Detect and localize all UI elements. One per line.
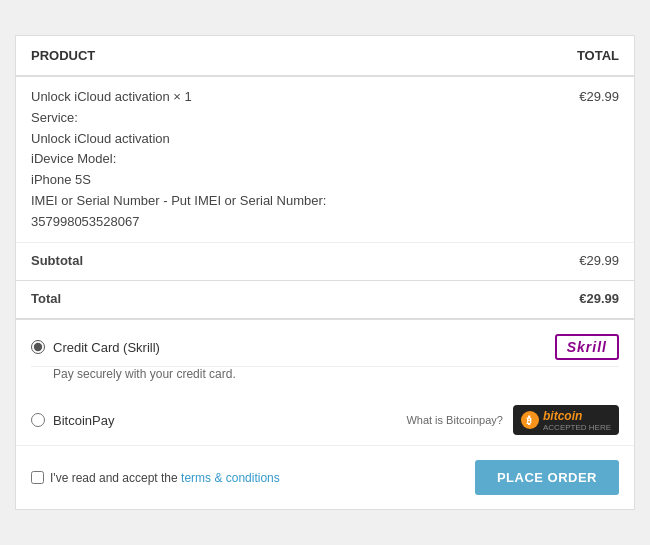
total-row: Total €29.99 [16, 281, 634, 319]
bitcoin-sub: ACCEPTED HERE [543, 423, 611, 432]
subtotal-value: €29.99 [522, 243, 634, 281]
imei-label: IMEI or Serial Number - Put IMEI or Seri… [31, 193, 326, 208]
order-container: PRODUCT TOTAL Unlock iCloud activation ×… [15, 35, 635, 510]
bitcoin-option: BitcoinPay What is Bitcoinpay? ₿ bitcoin… [31, 391, 619, 441]
place-order-button[interactable]: PLACE ORDER [475, 460, 619, 495]
bitcoin-badge: ₿ bitcoin ACCEPTED HERE [513, 405, 619, 435]
credit-card-left: Credit Card (Skrill) [31, 340, 160, 355]
what-is-bitcoinpay: What is Bitcoinpay? [406, 414, 503, 426]
order-table: PRODUCT TOTAL Unlock iCloud activation ×… [16, 36, 634, 320]
product-column-header: PRODUCT [16, 36, 522, 76]
bitcoin-right: What is Bitcoinpay? ₿ bitcoin ACCEPTED H… [406, 405, 619, 435]
bitcoin-left: BitcoinPay [31, 413, 114, 428]
subtotal-label: Subtotal [16, 243, 522, 281]
subtotal-row: Subtotal €29.99 [16, 243, 634, 281]
imei-value: 357998053528067 [31, 214, 139, 229]
device-value: iPhone 5S [31, 172, 91, 187]
device-label: iDevice Model: [31, 151, 116, 166]
credit-card-label[interactable]: Credit Card (Skrill) [53, 340, 160, 355]
bitcoin-badge-text: bitcoin ACCEPTED HERE [543, 408, 611, 432]
total-column-header: TOTAL [522, 36, 634, 76]
product-price: €29.99 [522, 76, 634, 243]
terms-checkbox[interactable] [31, 471, 44, 484]
terms-link[interactable]: terms & conditions [181, 471, 280, 485]
product-name: Unlock iCloud activation [31, 89, 170, 104]
product-details: Unlock iCloud activation × 1 Service: Un… [16, 76, 522, 243]
bitcoin-label[interactable]: BitcoinPay [53, 413, 114, 428]
product-qty: × 1 [173, 89, 191, 104]
terms-label: I've read and accept the terms & conditi… [31, 471, 280, 485]
skrill-badge: Skrill [555, 334, 619, 360]
table-row: Unlock iCloud activation × 1 Service: Un… [16, 76, 634, 243]
terms-text[interactable]: I've read and accept the terms & conditi… [50, 471, 280, 485]
bitcoin-option-row: BitcoinPay What is Bitcoinpay? ₿ bitcoin… [31, 391, 619, 441]
bitcoin-icon: ₿ [521, 411, 539, 429]
total-value: €29.99 [522, 281, 634, 319]
credit-card-radio[interactable] [31, 340, 45, 354]
credit-card-description: Pay securely with your credit card. [31, 367, 619, 391]
credit-card-option: Credit Card (Skrill) Skrill Pay securely… [31, 320, 619, 391]
service-value: Unlock iCloud activation [31, 131, 170, 146]
bitcoin-text: bitcoin [543, 409, 582, 423]
footer-bar: I've read and accept the terms & conditi… [16, 445, 634, 509]
service-label: Service: [31, 110, 78, 125]
credit-card-option-row: Credit Card (Skrill) Skrill [31, 320, 619, 367]
credit-card-right: Skrill [555, 334, 619, 360]
total-label: Total [16, 281, 522, 319]
payment-section: Credit Card (Skrill) Skrill Pay securely… [16, 320, 634, 441]
bitcoin-radio[interactable] [31, 413, 45, 427]
terms-prefix: I've read and accept the [50, 471, 181, 485]
